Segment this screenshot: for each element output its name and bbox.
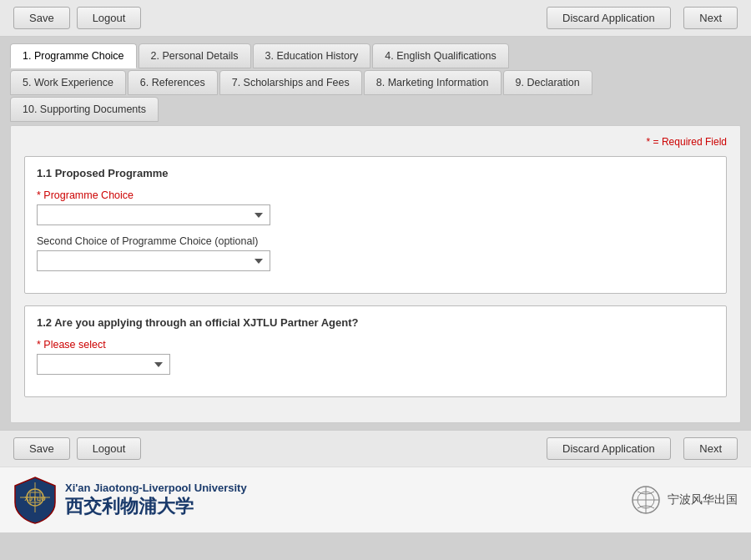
form-area: * = Required Field 1.1 Proposed Programm… [10, 125, 741, 423]
tab-work-experience[interactable]: 5. Work Experience [10, 70, 126, 95]
footer: XJTLU Xi'an Jiaotong-Liverpool Universit… [0, 467, 751, 532]
section-proposed-programme: 1.1 Proposed Programme * Programme Choic… [24, 156, 727, 294]
top-logout-button[interactable]: Logout [77, 7, 142, 29]
tab-marketing-information[interactable]: 8. Marketing Information [364, 70, 502, 95]
second-programme-choice-select[interactable] [37, 250, 270, 271]
tab-declaration[interactable]: 9. Declaration [503, 70, 592, 95]
section-partner-agent-title: 1.2 Are you applying through an official… [37, 316, 714, 329]
partner-agent-select[interactable]: Yes No [37, 354, 170, 375]
top-next-button[interactable]: Next [683, 7, 738, 29]
bottom-toolbar: Save Logout Discard Application Next [0, 430, 751, 467]
bottom-logout-button[interactable]: Logout [77, 437, 142, 460]
top-toolbar: Save Logout Discard Application Next [0, 0, 751, 37]
tab-english-qualifications[interactable]: 4. English Qualifications [372, 43, 508, 68]
partner-agent-group: * Please select Yes No [37, 339, 714, 375]
programme-choice-group: * Programme Choice [37, 189, 714, 225]
tabs-row-2: 5. Work Experience 6. References 7. Scho… [10, 70, 741, 95]
section-partner-agent: 1.2 Are you applying through an official… [24, 305, 727, 397]
tabs-row-3: 10. Supporting Documents [10, 97, 741, 122]
partner-agent-label: * Please select [37, 339, 714, 351]
footer-eng-name: Xi'an Jiaotong-Liverpool University [65, 482, 247, 494]
footer-cn-name: 西交利物浦大学 [65, 494, 247, 519]
svg-text:XJTLU: XJTLU [24, 495, 46, 502]
footer-university-text: Xi'an Jiaotong-Liverpool University 西交利物… [65, 482, 247, 519]
content-area: 1. Programme Choice 2. Personal Details … [0, 37, 751, 430]
tabs-row-1: 1. Programme Choice 2. Personal Details … [10, 43, 741, 68]
bottom-next-button[interactable]: Next [683, 437, 738, 460]
required-note: * = Required Field [24, 136, 727, 148]
tab-supporting-documents[interactable]: 10. Supporting Documents [10, 97, 159, 122]
programme-choice-select[interactable] [37, 204, 270, 225]
footer-logo: XJTLU Xi'an Jiaotong-Liverpool Universit… [13, 476, 247, 524]
tab-education-history[interactable]: 3. Education History [253, 43, 371, 68]
watermark-icon [631, 485, 661, 515]
footer-watermark-text: 宁波风华出国 [668, 492, 738, 507]
section-proposed-programme-title: 1.1 Proposed Programme [37, 167, 714, 179]
bottom-discard-button[interactable]: Discard Application [547, 437, 671, 460]
second-programme-choice-group: Second Choice of Programme Choice (optio… [37, 235, 714, 271]
bottom-save-button[interactable]: Save [13, 437, 70, 460]
second-programme-choice-label: Second Choice of Programme Choice (optio… [37, 235, 714, 247]
tab-scholarships-fees[interactable]: 7. Scholarships and Fees [219, 70, 362, 95]
tab-personal-details[interactable]: 2. Personal Details [139, 43, 251, 68]
programme-choice-label: * Programme Choice [37, 189, 714, 201]
top-discard-button[interactable]: Discard Application [547, 7, 671, 29]
top-save-button[interactable]: Save [13, 7, 70, 29]
university-logo-icon: XJTLU [13, 476, 57, 524]
footer-right: 宁波风华出国 [631, 485, 738, 515]
tab-programme-choice[interactable]: 1. Programme Choice [10, 43, 137, 68]
tabs-container: 1. Programme Choice 2. Personal Details … [10, 43, 741, 122]
tab-references[interactable]: 6. References [128, 70, 218, 95]
